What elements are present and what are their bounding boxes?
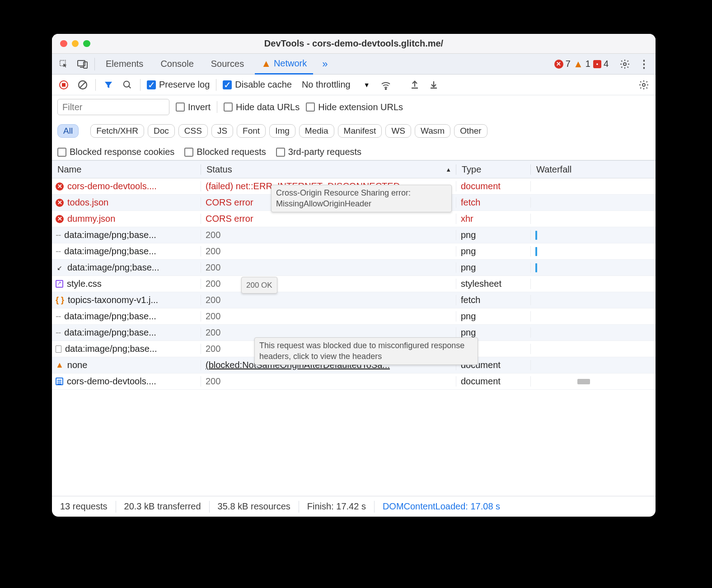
hide-data-urls-checkbox[interactable]: Hide data URLs (224, 102, 300, 112)
settings-icon[interactable] (618, 57, 632, 71)
pill-font[interactable]: Font (237, 124, 266, 138)
summary-resources: 35.8 kB resources (210, 501, 299, 512)
preserve-log-checkbox[interactable]: ✓ Preserve log (147, 79, 210, 90)
pill-wasm[interactable]: Wasm (415, 124, 450, 138)
invert-checkbox[interactable]: Invert (176, 102, 211, 112)
checkbox-icon (57, 148, 66, 157)
pill-js[interactable]: JS (211, 124, 233, 138)
throttling-select[interactable]: No throttling (298, 79, 354, 90)
pill-all[interactable]: All (57, 124, 79, 138)
css-icon (56, 280, 63, 288)
checkbox-icon (224, 103, 233, 112)
pill-manifest[interactable]: Manifest (338, 124, 382, 138)
col-name[interactable]: Name (52, 164, 201, 175)
cell-status: 200 (201, 311, 456, 322)
request-name: data:image/png;base... (64, 230, 156, 240)
request-name: data:image/png;base... (64, 327, 156, 338)
filter-icon[interactable] (102, 79, 115, 91)
waterfall-bar (577, 379, 590, 384)
checkbox-icon (276, 148, 285, 157)
clear-button[interactable] (76, 79, 89, 91)
svg-line-9 (129, 86, 131, 88)
status-tooltip: 200 OK (241, 277, 277, 294)
request-name: dummy.json (67, 214, 115, 224)
request-name: none (67, 360, 88, 370)
cell-status: 200 (201, 262, 456, 273)
tab-elements[interactable]: Elements (99, 54, 150, 74)
pill-other[interactable]: Other (454, 124, 487, 138)
pill-img[interactable]: Img (269, 124, 295, 138)
tab-sources[interactable]: Sources (205, 54, 250, 74)
third-party-label: 3rd-party requests (288, 147, 361, 157)
cell-waterfall (531, 247, 656, 256)
table-row[interactable]: --data:image/png;base...200png (52, 227, 656, 243)
summary-finish: Finish: 17.42 s (299, 501, 374, 512)
pill-fetchxhr[interactable]: Fetch/XHR (90, 124, 144, 138)
pill-ws[interactable]: WS (385, 124, 411, 138)
extra-filters-row: Blocked response cookies Blocked request… (57, 144, 650, 157)
issues-badge[interactable]: • 4 (593, 59, 609, 69)
device-toolbar-icon[interactable] (75, 57, 90, 71)
table-row[interactable]: cors-demo-devtools....200document (52, 373, 656, 390)
export-icon[interactable] (408, 79, 421, 91)
hide-extension-urls-checkbox[interactable]: Hide extension URLs (306, 102, 403, 112)
tab-console[interactable]: Console (154, 54, 200, 74)
request-name: data:image/png;base... (65, 344, 157, 354)
status-badges: ✕ 7 ▲ 1 • 4 (554, 58, 609, 70)
network-conditions-icon[interactable] (379, 79, 392, 91)
table-row[interactable]: ✕dummy.jsonCORS errorxhr (52, 211, 656, 227)
maximize-window-button[interactable] (83, 40, 90, 47)
issue-icon: • (593, 60, 601, 68)
more-tabs-icon[interactable]: » (318, 57, 332, 71)
request-name: cors-demo-devtools.... (67, 376, 156, 387)
filter-input[interactable] (57, 99, 169, 115)
checkbox-icon: ✓ (223, 80, 232, 89)
close-window-button[interactable] (60, 40, 67, 47)
cell-type: document (456, 181, 531, 191)
warning-icon: ▲ (261, 58, 271, 70)
cell-name: --data:image/png;base... (52, 246, 201, 257)
search-icon[interactable] (121, 79, 134, 91)
blocked-cookies-checkbox[interactable]: Blocked response cookies (57, 147, 174, 157)
panel-settings-icon[interactable] (637, 79, 650, 91)
hide-data-label: Hide data URLs (236, 102, 300, 112)
import-icon[interactable] (427, 79, 440, 91)
table-row[interactable]: ↙data:image/png;base...200png (52, 260, 656, 276)
warnings-count: 1 (586, 59, 590, 69)
tab-network[interactable]: ▲ Network (255, 54, 313, 75)
divider (95, 79, 96, 91)
table-row[interactable]: --data:image/png;base...200png (52, 243, 656, 260)
table-row[interactable]: { }topics-taxonomy-v1.j...200fetch (52, 292, 656, 308)
divider (216, 79, 216, 91)
blocked-requests-checkbox[interactable]: Blocked requests (184, 147, 266, 157)
cell-type: fetch (456, 197, 531, 208)
col-waterfall[interactable]: Waterfall (531, 164, 656, 175)
inspect-element-icon[interactable] (56, 57, 71, 71)
warnings-badge[interactable]: ▲ 1 (573, 58, 590, 70)
cell-name: --data:image/png;base... (52, 327, 201, 338)
checkbox-icon: ✓ (147, 80, 156, 89)
cell-name: cors-demo-devtools.... (52, 376, 201, 387)
errors-count: 7 (566, 59, 571, 69)
third-party-checkbox[interactable]: 3rd-party requests (276, 147, 361, 157)
table-row[interactable]: --data:image/png;base...200png (52, 308, 656, 325)
disable-cache-checkbox[interactable]: ✓ Disable cache (223, 79, 292, 90)
table-row[interactable]: style.css200stylesheet (52, 276, 656, 292)
pill-media[interactable]: Media (299, 124, 334, 138)
pill-doc[interactable]: Doc (148, 124, 175, 138)
dropdown-icon[interactable]: ▼ (361, 79, 373, 91)
image-icon: ↙ (56, 264, 64, 272)
errors-badge[interactable]: ✕ 7 (554, 59, 571, 69)
col-type[interactable]: Type (456, 164, 531, 175)
cell-name: ✕cors-demo-devtools.... (52, 181, 201, 191)
record-button[interactable] (57, 79, 70, 91)
fetch-icon: { } (56, 295, 64, 305)
devtools-window: DevTools - cors-demo-devtools.glitch.me/… (52, 34, 656, 517)
file-icon (56, 345, 61, 353)
minimize-window-button[interactable] (72, 40, 79, 47)
col-status[interactable]: Status ▲ (201, 164, 456, 175)
summary-requests: 13 requests (52, 501, 116, 512)
pill-css[interactable]: CSS (178, 124, 208, 138)
warning-icon: ▲ (573, 58, 583, 70)
more-menu-icon[interactable]: ⋮ (637, 57, 651, 71)
